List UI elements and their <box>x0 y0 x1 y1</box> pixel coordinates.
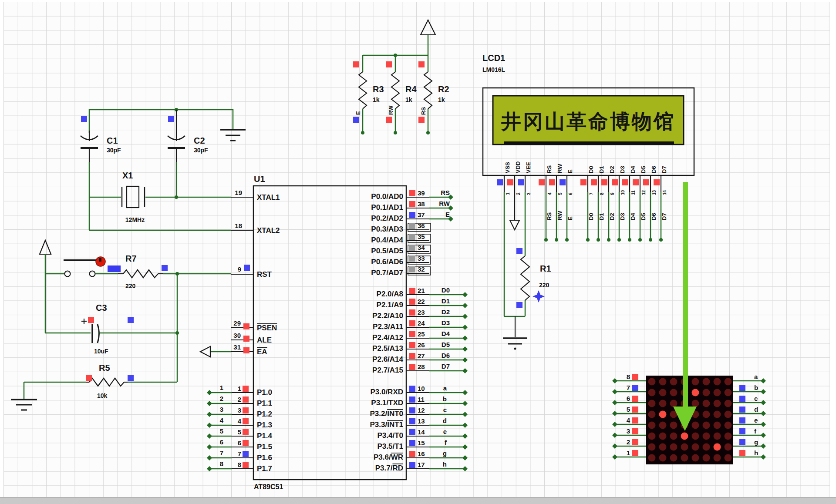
matrix-dot <box>670 378 678 386</box>
push-button[interactable] <box>64 260 97 277</box>
button-state-marker[interactable] <box>96 257 105 266</box>
pin-name: P0.2/AD2 <box>371 214 403 222</box>
component-ref: C2 <box>194 136 205 145</box>
junction-dot <box>555 238 558 242</box>
pin-state-red-square <box>654 179 660 185</box>
resistor-r3[interactable] <box>359 55 367 133</box>
pin-state-blue-square <box>409 407 415 413</box>
component-value: 10k <box>97 392 108 399</box>
pin-number: 2 <box>516 192 521 195</box>
resistor-r5[interactable] <box>86 378 128 386</box>
pin-name: P0.6/AD6 <box>371 258 403 266</box>
junction-dot <box>394 131 397 134</box>
wire-terminal <box>612 454 617 460</box>
ground-symbol[interactable] <box>11 382 37 410</box>
matrix-dot <box>725 411 732 418</box>
power-arrow-up[interactable] <box>421 20 435 55</box>
matrix-dot <box>648 378 656 386</box>
matrix-dot <box>692 433 699 440</box>
pin-state-red-square <box>243 429 249 435</box>
pin-state-red-square <box>409 331 415 337</box>
pin-state-blue-square <box>128 317 134 323</box>
net-label: RW <box>439 200 450 207</box>
net-label: D7 <box>661 213 667 220</box>
pin-number: 1 <box>506 192 510 195</box>
pin-state-gray-square <box>409 255 415 262</box>
resistor-r2[interactable] <box>424 55 432 133</box>
matrix-dot <box>703 454 710 462</box>
resistor-r4[interactable] <box>391 55 399 133</box>
u1-right-pins: RS39P0.0/AD0RW38P0.1/AD1E37P0.2/AD236P0.… <box>370 189 468 472</box>
crystal-x1[interactable] <box>122 186 145 208</box>
matrix-dot <box>659 422 667 429</box>
pin-number: 1 <box>238 385 241 392</box>
matrix-dot <box>670 444 678 451</box>
net-label: a <box>443 384 447 392</box>
matrix-dot <box>725 422 732 429</box>
wire-terminal <box>462 346 468 352</box>
junction-dot <box>659 238 663 242</box>
pin-state-red-square <box>632 374 638 380</box>
pin-name: VDD <box>515 161 521 173</box>
pin-name: P2.0/A8 <box>377 290 403 298</box>
pin-number: 12 <box>418 407 425 414</box>
component-value: 220 <box>125 282 136 289</box>
resistor-r7[interactable] <box>118 270 163 278</box>
wire-terminal <box>462 325 468 330</box>
pin-number: 22 <box>418 298 425 305</box>
wire-terminal <box>207 455 212 460</box>
pin-state-gray-square <box>409 245 415 251</box>
power-arrow-up[interactable] <box>40 240 51 274</box>
net-label: E <box>567 216 573 220</box>
pin-name: P2.5/A13 <box>372 344 403 353</box>
pin-name: P3.0/RXD <box>370 388 403 396</box>
capacitor-c1[interactable] <box>81 131 98 162</box>
net-label: g <box>754 438 758 446</box>
ground-symbol[interactable] <box>220 130 246 141</box>
power-arrow-down <box>510 220 519 230</box>
pin-state-red-square <box>632 396 638 402</box>
matrix-dot <box>659 433 667 440</box>
pin-number: 30 <box>233 332 241 339</box>
pin-name: P1.5 <box>257 443 272 451</box>
lcd-module[interactable]: LCD1 LM016L 井冈山革命博物馆 <box>482 53 694 175</box>
wire <box>89 110 233 133</box>
net-label: e <box>754 417 758 424</box>
pin-number: 18 <box>235 222 242 229</box>
component-value: 30pF <box>107 147 121 154</box>
wire-terminal <box>462 444 468 450</box>
wire-terminal <box>761 454 766 460</box>
net-label: D4 <box>630 213 636 220</box>
net-label: 8 <box>220 460 223 467</box>
component-value: 12MHz <box>125 216 145 223</box>
component-ref: R4 <box>405 84 417 94</box>
u1-p1-pins: 11P1.022P1.133P1.244P1.355P1.466P1.577P1… <box>207 384 273 473</box>
wire-terminal <box>761 422 766 427</box>
pin-state-blue-square <box>409 429 415 435</box>
net-label: h <box>754 449 758 457</box>
matrix-dot <box>648 411 656 418</box>
net-label: 5 <box>220 427 223 435</box>
net-label: b <box>754 384 758 391</box>
pin-state-red-square <box>632 450 638 456</box>
pin-state-red-square <box>243 418 249 424</box>
wire-terminal <box>761 444 766 449</box>
pin-name: RW <box>556 164 563 173</box>
resistor-r1[interactable] <box>521 256 529 300</box>
pin-number: 21 <box>418 287 425 294</box>
lcd-cursor-line <box>504 141 674 144</box>
wire-terminal <box>612 422 617 427</box>
pin-state-red-square <box>409 309 415 316</box>
net-label: 4 <box>627 417 630 424</box>
ground-symbol[interactable] <box>503 316 527 350</box>
net-label: D2 <box>609 213 615 220</box>
wire-terminal <box>462 466 468 471</box>
wire-terminal <box>462 412 468 417</box>
pin-number: 6 <box>568 192 573 195</box>
wire-terminal <box>462 368 468 373</box>
matrix-dot <box>714 454 721 462</box>
net-label: f <box>445 439 447 446</box>
wire-terminal <box>612 444 617 449</box>
pin-state-red-square <box>612 179 618 185</box>
component-value: 1k <box>405 96 412 103</box>
